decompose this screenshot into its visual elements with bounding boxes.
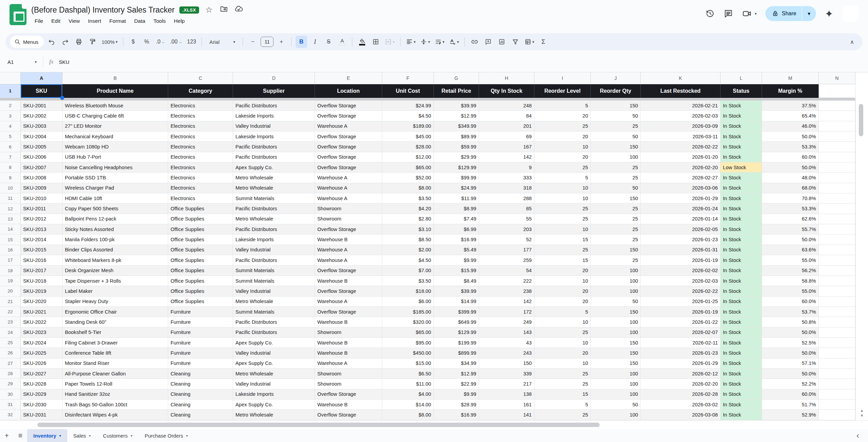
status-cell-30[interactable]: In Stock <box>721 389 762 400</box>
cell-E23[interactable]: Warehouse B <box>315 317 382 327</box>
cell-D10[interactable]: Metro Wholesale <box>233 183 315 193</box>
cell-I3[interactable]: 20 <box>534 111 591 121</box>
sheet-tab-caret-icon[interactable]: ▾ <box>89 434 91 438</box>
cell-H17[interactable]: 259 <box>479 255 534 265</box>
status-cell-11[interactable]: In Stock <box>721 193 762 204</box>
cell-M9[interactable]: 48.0% <box>762 173 819 183</box>
cell-G7[interactable]: $29.99 <box>434 152 479 162</box>
cell-I18[interactable]: 20 <box>534 266 591 276</box>
cell-F28[interactable]: $6.50 <box>382 369 434 379</box>
cell-A22[interactable]: SKU-2021 <box>21 307 63 317</box>
cell-A11[interactable]: SKU-2010 <box>21 193 63 204</box>
cell-N22[interactable] <box>819 307 855 317</box>
cell-K32[interactable]: 2026-03-08 <box>641 410 721 420</box>
cell-D18[interactable]: Summit Materials <box>233 266 315 276</box>
cell-B7[interactable]: USB Hub 7-Port <box>63 152 168 162</box>
cell-J10[interactable]: 50 <box>591 183 641 193</box>
row-header-19[interactable]: 19 <box>0 276 21 286</box>
cell-D30[interactable]: Lakeside Imports <box>233 389 315 400</box>
cell-J14[interactable]: 25 <box>591 224 641 234</box>
cell-M27[interactable]: 57.1% <box>762 358 819 369</box>
cell-C5[interactable]: Electronics <box>168 131 233 142</box>
share-dropdown[interactable]: ▼ <box>802 6 816 21</box>
cell-A12[interactable]: SKU-2011 <box>21 204 63 214</box>
cell-K7[interactable]: 2026-01-20 <box>641 152 721 162</box>
cell-D19[interactable]: Summit Materials <box>233 276 315 286</box>
cell-H5[interactable]: 69 <box>479 131 534 142</box>
cell-K31[interactable]: 2026-03-02 <box>641 400 721 410</box>
cell-K29[interactable]: 2026-02-20 <box>641 379 721 389</box>
status-cell-3[interactable]: In Stock <box>721 111 762 121</box>
cell-J9[interactable]: 25 <box>591 173 641 183</box>
cell-C27[interactable]: Furniture <box>168 358 233 369</box>
cell-G14[interactable]: $6.99 <box>434 224 479 234</box>
cell-H18[interactable]: 54 <box>479 266 534 276</box>
cell-A2[interactable]: SKU-2001 <box>21 101 63 111</box>
cell-A16[interactable]: SKU-2015 <box>21 245 63 255</box>
gemini-sparkle-icon[interactable]: ✦ <box>825 8 833 20</box>
header-cell-L1[interactable]: Status <box>721 84 762 98</box>
cell-C12[interactable]: Office Supplies <box>168 204 233 214</box>
cell-D25[interactable]: Apex Supply Co. <box>233 338 315 348</box>
status-cell-19[interactable]: In Stock <box>721 276 762 286</box>
cell-M17[interactable]: 55.0% <box>762 255 819 265</box>
format-currency-button[interactable]: $ <box>127 36 139 48</box>
cell-F3[interactable]: $4.50 <box>382 111 434 121</box>
cell-M11[interactable]: 70.8% <box>762 193 819 204</box>
cell-K30[interactable]: 2026-02-28 <box>641 389 721 400</box>
text-rotation-button[interactable]: ▾ <box>448 36 460 48</box>
cell-B26[interactable]: Conference Table 8ft <box>63 348 168 358</box>
cell-J18[interactable]: 100 <box>591 266 641 276</box>
cell-B29[interactable]: Paper Towels 12-Roll <box>63 379 168 389</box>
cell-N15[interactable] <box>819 234 855 245</box>
cell-N16[interactable] <box>819 245 855 255</box>
cloud-status-icon[interactable] <box>234 4 244 15</box>
cell-F8[interactable]: $65.00 <box>382 162 434 173</box>
cell-E29[interactable]: Showroom <box>315 379 382 389</box>
cell-C9[interactable]: Electronics <box>168 173 233 183</box>
cell-J13[interactable]: 25 <box>591 214 641 224</box>
fill-color-button[interactable] <box>356 36 368 48</box>
cell-A21[interactable]: SKU-2020 <box>21 297 63 307</box>
cell-C26[interactable]: Furniture <box>168 348 233 358</box>
cell-M13[interactable]: 62.6% <box>762 214 819 224</box>
cell-B10[interactable]: Wireless Charger Pad <box>63 183 168 193</box>
cell-M5[interactable]: 50.0% <box>762 131 819 142</box>
cell-C15[interactable]: Office Supplies <box>168 234 233 245</box>
cell-C3[interactable]: Electronics <box>168 111 233 121</box>
cell-M28[interactable]: 50.0% <box>762 369 819 379</box>
cell-B31[interactable]: Trash Bags 50-Gallon 100ct <box>63 400 168 410</box>
row-header-22[interactable]: 22 <box>0 307 21 317</box>
cell-M29[interactable]: 52.2% <box>762 379 819 389</box>
cell-H14[interactable]: 203 <box>479 224 534 234</box>
cell-F24[interactable]: $65.00 <box>382 328 434 338</box>
cell-I4[interactable]: 25 <box>534 121 591 131</box>
menu-data[interactable]: Data <box>131 17 149 25</box>
cell-N8[interactable] <box>819 162 855 173</box>
cell-D27[interactable]: Apex Supply Co. <box>233 358 315 369</box>
cell-G19[interactable]: $8.49 <box>434 276 479 286</box>
column-header-A[interactable]: A <box>21 72 63 84</box>
cell-A5[interactable]: SKU-2004 <box>21 131 63 142</box>
decrease-font-size-button[interactable]: − <box>247 36 259 48</box>
cell-C11[interactable]: Electronics <box>168 193 233 204</box>
undo-button[interactable] <box>46 36 57 48</box>
increase-decimal-button[interactable]: .00→ <box>169 36 183 48</box>
row-header-17[interactable]: 17 <box>0 255 21 265</box>
cell-F14[interactable]: $3.10 <box>382 224 434 234</box>
horizontal-scrollbar-thumb[interactable] <box>37 423 600 427</box>
cell-D4[interactable]: Valley Industrial <box>233 121 315 131</box>
cell-E25[interactable]: Warehouse B <box>315 338 382 348</box>
cell-I29[interactable]: 25 <box>534 379 591 389</box>
cell-F31[interactable]: $14.00 <box>382 400 434 410</box>
cell-G4[interactable]: $349.99 <box>434 121 479 131</box>
status-cell-18[interactable]: In Stock <box>721 266 762 276</box>
cell-F5[interactable]: $45.00 <box>382 131 434 142</box>
cell-F26[interactable]: $450.00 <box>382 348 434 358</box>
cell-C8[interactable]: Electronics <box>168 162 233 173</box>
row-header-6[interactable]: 6 <box>0 142 21 152</box>
cell-K8[interactable]: 2026-02-20 <box>641 162 721 173</box>
cell-A14[interactable]: SKU-2013 <box>21 224 63 234</box>
cell-C13[interactable]: Office Supplies <box>168 214 233 224</box>
cell-D3[interactable]: Lakeside Imports <box>233 111 315 121</box>
